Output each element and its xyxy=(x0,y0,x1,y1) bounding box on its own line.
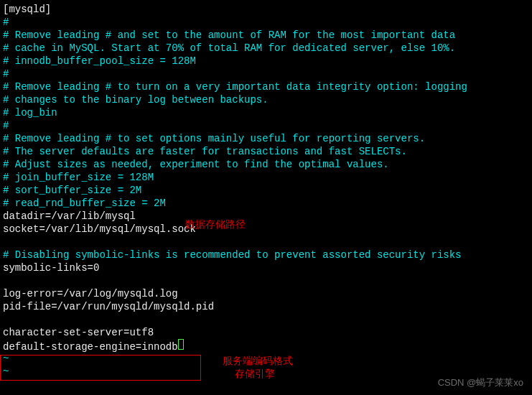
cursor xyxy=(178,339,184,350)
editor-line: # join_buffer_size = 128M xyxy=(3,171,529,184)
editor-line: # Remove leading # to set options mainly… xyxy=(3,132,529,145)
editor-line: # Remove leading # to turn on a very imp… xyxy=(3,80,529,93)
editor-line xyxy=(3,313,529,326)
editor-line: # sort_buffer_size = 2M xyxy=(3,184,529,197)
editor-line: log-error=/var/log/mysqld.log xyxy=(3,287,529,300)
editor-line: # read_rnd_buffer_size = 2M xyxy=(3,197,529,210)
editor-line: default-storage-engine=innodb xyxy=(3,339,529,352)
editor-line: [mysqld] xyxy=(3,3,529,16)
editor-line: # xyxy=(3,68,529,80)
editor-line: # cache in MySQL. Start at 70% of total … xyxy=(3,42,529,55)
editor-line: # Adjust sizes as needed, experiment to … xyxy=(3,158,529,171)
annotation-engine: 存储引擎 xyxy=(235,368,275,381)
editor-line: # The server defaults are faster for tra… xyxy=(3,145,529,158)
editor-line: # changes to the binary log between back… xyxy=(3,93,529,106)
editor-line: socket=/var/lib/mysql/mysql.sock xyxy=(3,223,529,236)
editor-line xyxy=(3,236,529,248)
editor-line: character-set-server=utf8 xyxy=(3,326,529,339)
editor-line: symbolic-links=0 xyxy=(3,261,529,274)
editor-line: datadir=/var/lib/mysql xyxy=(3,210,529,223)
editor-line: # xyxy=(3,119,529,132)
editor-line: # log_bin xyxy=(3,106,529,119)
editor-line: # xyxy=(3,16,529,29)
terminal-editor[interactable]: [mysqld]## Remove leading # and set to t… xyxy=(3,3,529,378)
annotation-charset: 服务端编码格式 xyxy=(223,355,293,368)
highlight-box xyxy=(0,355,201,381)
annotation-datadir: 数据存储路径 xyxy=(185,218,246,231)
watermark: CSDN @蝎子莱莱xo xyxy=(438,376,523,389)
editor-line: pid-file=/var/run/mysqld/mysqld.pid xyxy=(3,300,529,313)
editor-line: # Remove leading # and set to the amount… xyxy=(3,29,529,42)
editor-line xyxy=(3,274,529,287)
editor-line: # innodb_buffer_pool_size = 128M xyxy=(3,55,529,68)
editor-line: # Disabling symbolic-links is recommende… xyxy=(3,248,529,261)
